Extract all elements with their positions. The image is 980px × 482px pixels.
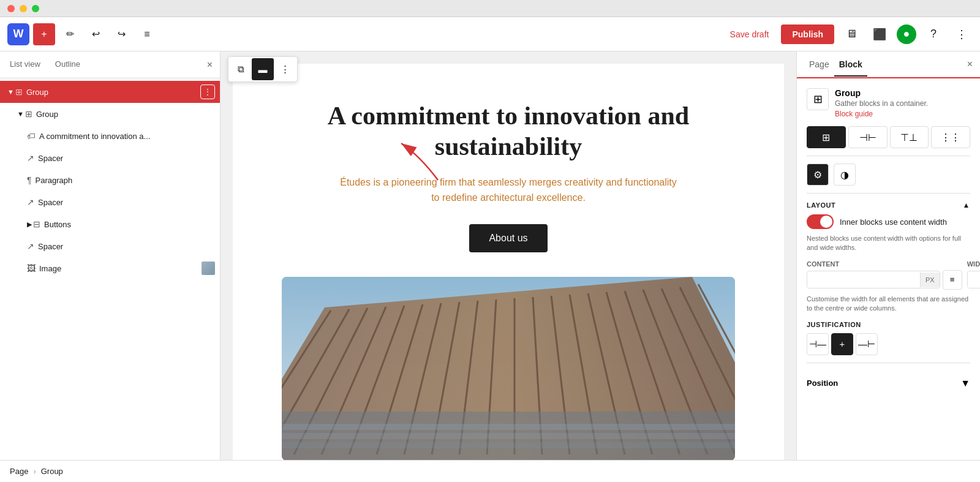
paragraph-icon: ¶ [27,175,32,185]
justification-row: ⊣— + —⊢ [807,333,970,355]
content-width-input[interactable] [807,271,920,288]
wide-field-group: WIDE PX ≡ [967,260,980,290]
position-section[interactable]: Position ▼ [807,371,970,396]
divider2 [807,193,970,194]
tree-item-group-root[interactable]: ▼ ⊞ Group ⋮ [0,81,220,103]
tab-list-view[interactable]: List view [7,53,43,76]
position-expand-icon: ▼ [960,378,970,389]
tab-outline[interactable]: Outline [53,53,83,76]
position-label: Position [807,378,838,388]
wordpress-logo[interactable]: W [7,23,29,45]
tree-item-heading[interactable]: 🏷 A commitment to innovation a... [0,125,220,147]
toggle-description: Nested blocks use content width with opt… [807,234,970,253]
content-field-wrapper: PX ≡ [807,270,962,290]
hero-section: A commitment to innovation and sustainab… [282,100,735,252]
tree-item-label: Group [26,88,200,97]
undo-button[interactable]: ↩ [85,23,107,45]
buttons-icon: ⊟ [33,219,40,229]
about-us-button[interactable]: About us [469,224,547,252]
page-subtitle: Études is a pioneering firm that seamles… [337,175,680,206]
toolbar-left: W + ✏ ↩ ↪ ≡ [7,23,158,45]
content-unit-label: PX [920,273,940,287]
variant-grid-button[interactable]: ⋮⋮ [931,126,970,148]
close-window-btn[interactable] [7,5,15,12]
image-thumbnail [202,262,215,275]
list-view-button[interactable]: ≡ [136,23,158,45]
divider3 [807,363,970,363]
tree-item-label: Spacer [38,198,215,207]
tree-item-label: Group [36,110,215,119]
building-svg [282,277,735,460]
tree-item-label: Spacer [38,154,215,163]
toolbar-right: Save draft Publish 🖥 ⬛ ● ? ⋮ [724,23,973,45]
canvas-content: A commitment to innovation and sustainab… [233,64,784,460]
variant-group-button[interactable]: ⊞ [807,126,846,148]
building-image-section [282,277,735,460]
inner-blocks-toggle[interactable] [807,214,834,229]
maximize-window-btn[interactable] [32,5,39,12]
main-layout: List view Outline × ▼ ⊞ Group ⋮ ▼ ⊞ Grou… [0,51,980,460]
left-panel: List view Outline × ▼ ⊞ Group ⋮ ▼ ⊞ Grou… [0,51,221,460]
justify-left-button[interactable]: ⊣— [807,333,829,355]
image-icon: 🖼 [27,263,36,273]
panel-tabs: List view Outline × [0,51,220,78]
add-block-button[interactable]: + [33,23,55,45]
toggle-label: Inner blocks use content width [840,217,947,227]
tree-item-image[interactable]: 🖼 Image [0,257,220,279]
content-align-button[interactable]: ≡ [943,270,962,290]
variant-stack-button[interactable]: ⊤⊥ [890,126,929,148]
page-title: A commitment to innovation and sustainab… [282,100,735,162]
wide-field-wrapper: PX ≡ [967,270,980,290]
more-options-button[interactable]: ⋮ [951,23,973,45]
panel-close-button[interactable]: × [207,59,213,70]
update-icon-button[interactable]: ● [897,24,916,44]
spacer2-icon: ↗ [27,197,34,207]
justify-center-button[interactable]: + [831,333,853,355]
tree-item-buttons[interactable]: ▶ ⊟ Buttons [0,213,220,235]
svg-rect-26 [282,433,735,439]
top-toolbar: W + ✏ ↩ ↪ ≡ Save draft Publish 🖥 ⬛ ● ? ⋮ [0,17,980,51]
chevron-icon: ▼ [17,110,24,118]
align-block-button[interactable]: ▬ [252,58,274,80]
view-icon-button[interactable]: 🖥 [840,23,862,45]
svg-rect-27 [282,442,735,448]
content-wide-row: CONTENT PX ≡ WIDE [807,260,970,290]
help-icon-button[interactable]: ? [922,23,944,45]
tree-item-group-child[interactable]: ▼ ⊞ Group [0,103,220,125]
tree-item-paragraph[interactable]: ¶ Paragraph [0,169,220,191]
content-field-group: CONTENT PX ≡ [807,260,962,290]
breadcrumb-separator: › [33,467,36,476]
settings-tab-button[interactable]: ⚙ [807,164,829,186]
right-panel: Page Block × ⊞ Group Gather blocks in a … [796,51,980,460]
canvas-area[interactable]: A commitment to innovation and sustainab… [221,51,796,460]
copy-block-button[interactable]: ⧉ [230,58,252,80]
justify-right-button[interactable]: —⊢ [856,333,878,355]
spacer-icon: ↗ [27,153,34,163]
block-variant-grid: ⊞ ⊣⊢ ⊤⊥ ⋮⋮ [807,126,970,148]
minimize-window-btn[interactable] [20,5,27,12]
breadcrumb-page-link[interactable]: Page [10,467,28,476]
tab-page[interactable]: Page [804,53,834,77]
content-field-label: CONTENT [807,260,962,268]
publish-button[interactable]: Publish [781,24,834,44]
tree-item-spacer1[interactable]: ↗ Spacer [0,147,220,169]
more-block-options-button[interactable]: ⋮ [274,58,296,80]
settings-icon-button[interactable]: ⬛ [869,23,891,45]
variant-row-button[interactable]: ⊣⊢ [848,126,888,148]
style-tab-button[interactable]: ◑ [834,164,856,186]
tree-item-spacer2[interactable]: ↗ Spacer [0,191,220,213]
justification-label: JUSTIFICATION [807,321,970,328]
tree-item-label: Paragraph [36,176,215,185]
redo-button[interactable]: ↪ [110,23,132,45]
tree-item-label: Spacer [38,242,215,251]
right-panel-close-button[interactable]: × [967,59,973,70]
tab-block[interactable]: Block [834,53,867,77]
tree-item-spacer3[interactable]: ↗ Spacer [0,235,220,257]
breadcrumb-group-link[interactable]: Group [41,467,63,476]
save-draft-button[interactable]: Save draft [724,26,775,43]
block-guide-link[interactable]: Block guide [835,110,873,118]
edit-button[interactable]: ✏ [59,23,81,45]
wide-width-input[interactable] [968,271,980,288]
item-options-button[interactable]: ⋮ [200,85,215,99]
layout-collapse-button[interactable]: ▲ [963,201,970,209]
